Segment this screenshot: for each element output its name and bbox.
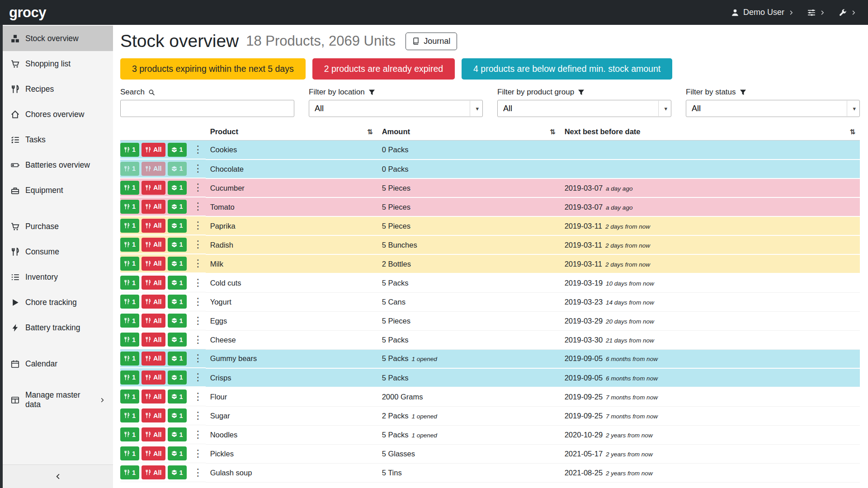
row-menu-button[interactable]: ⋮ <box>190 449 206 459</box>
consume-one-button[interactable]: 1 <box>120 238 139 252</box>
consume-all-button[interactable]: All <box>142 295 165 309</box>
open-one-button[interactable]: 1 <box>168 446 187 460</box>
row-menu-button[interactable]: ⋮ <box>190 335 206 345</box>
consume-all-button[interactable]: All <box>142 162 165 176</box>
row-menu-button[interactable]: ⋮ <box>190 316 206 326</box>
sidebar-item-chore-tracking[interactable]: Chore tracking <box>3 290 113 315</box>
consume-one-button[interactable]: 1 <box>120 295 139 309</box>
consume-all-button[interactable]: All <box>142 446 165 460</box>
sidebar-item-purchase[interactable]: Purchase <box>3 214 113 239</box>
sidebar-item-consume[interactable]: Consume <box>3 239 113 264</box>
sidebar-item-equipment[interactable]: Equipment <box>3 178 113 203</box>
status-select[interactable]: All <box>686 100 859 117</box>
sidebar-item-recipes[interactable]: Recipes <box>3 76 113 102</box>
open-one-button[interactable]: 1 <box>168 314 187 328</box>
consume-one-button[interactable]: 1 <box>120 162 139 176</box>
sidebar-item-batteries-overview[interactable]: Batteries overview <box>3 152 113 178</box>
row-menu-button[interactable]: ⋮ <box>190 278 206 288</box>
consume-all-button[interactable]: All <box>142 276 165 290</box>
sidebar-item-chores-overview[interactable]: Chores overview <box>3 102 113 127</box>
open-one-button[interactable]: 1 <box>168 333 187 347</box>
sidebar-item-inventory[interactable]: Inventory <box>3 264 113 290</box>
consume-one-button[interactable]: 1 <box>120 389 139 404</box>
open-one-button[interactable]: 1 <box>168 162 187 176</box>
sort-icon[interactable]: ⇅ <box>849 128 855 136</box>
consume-one-button[interactable]: 1 <box>120 333 139 347</box>
consume-all-button[interactable]: All <box>142 219 165 233</box>
alert-danger-button[interactable]: 2 products are already expired <box>312 58 455 80</box>
consume-all-button[interactable]: All <box>142 352 165 366</box>
consume-all-button[interactable]: All <box>142 371 165 385</box>
open-one-button[interactable]: 1 <box>168 427 187 441</box>
open-one-button[interactable]: 1 <box>168 408 187 422</box>
open-one-button[interactable]: 1 <box>168 219 187 233</box>
sidebar-item-battery-tracking[interactable]: Battery tracking <box>3 315 113 340</box>
sidebar-item-stock-overview[interactable]: Stock overview <box>3 26 113 51</box>
open-one-button[interactable]: 1 <box>168 257 187 271</box>
app-logo[interactable]: grocy <box>9 5 46 21</box>
row-menu-button[interactable]: ⋮ <box>190 372 206 382</box>
product-column-header[interactable]: Product ⇅ <box>206 123 377 141</box>
journal-button[interactable]: Journal <box>406 33 457 50</box>
sidebar-collapse-button[interactable] <box>3 465 113 488</box>
consume-one-button[interactable]: 1 <box>120 465 139 479</box>
consume-one-button[interactable]: 1 <box>120 257 139 271</box>
consume-all-button[interactable]: All <box>142 427 165 441</box>
consume-all-button[interactable]: All <box>142 408 165 422</box>
consume-all-button[interactable]: All <box>142 257 165 271</box>
consume-all-button[interactable]: All <box>142 238 165 252</box>
row-menu-button[interactable]: ⋮ <box>190 239 206 249</box>
open-one-button[interactable]: 1 <box>168 352 187 366</box>
open-one-button[interactable]: 1 <box>168 389 187 404</box>
row-menu-button[interactable]: ⋮ <box>190 297 206 307</box>
consume-one-button[interactable]: 1 <box>120 219 139 233</box>
location-select[interactable]: All <box>309 100 482 117</box>
row-menu-button[interactable]: ⋮ <box>190 411 206 421</box>
alert-warning-button[interactable]: 3 products expiring within the next 5 da… <box>120 58 306 80</box>
row-menu-button[interactable]: ⋮ <box>190 183 206 192</box>
search-input[interactable] <box>120 100 294 117</box>
sort-icon[interactable]: ⇅ <box>367 128 373 136</box>
row-menu-button[interactable]: ⋮ <box>190 202 206 211</box>
open-one-button[interactable]: 1 <box>168 276 187 290</box>
product-group-select[interactable]: All <box>498 100 671 117</box>
consume-one-button[interactable]: 1 <box>120 446 139 460</box>
consume-all-button[interactable]: All <box>142 200 165 214</box>
consume-one-button[interactable]: 1 <box>120 181 139 195</box>
open-one-button[interactable]: 1 <box>168 371 187 385</box>
row-menu-button[interactable]: ⋮ <box>190 221 206 230</box>
amount-column-header[interactable]: Amount ⇅ <box>377 123 560 141</box>
row-menu-button[interactable]: ⋮ <box>190 164 206 174</box>
admin-menu[interactable] <box>839 9 856 17</box>
sidebar-item-calendar[interactable]: Calendar <box>3 351 113 376</box>
consume-all-button[interactable]: All <box>142 143 165 157</box>
consume-one-button[interactable]: 1 <box>120 200 139 214</box>
open-one-button[interactable]: 1 <box>168 295 187 309</box>
consume-all-button[interactable]: All <box>142 314 165 328</box>
consume-one-button[interactable]: 1 <box>120 408 139 422</box>
row-menu-button[interactable]: ⋮ <box>190 145 206 155</box>
consume-all-button[interactable]: All <box>142 465 165 479</box>
settings-menu[interactable] <box>807 9 825 17</box>
open-one-button[interactable]: 1 <box>168 238 187 252</box>
consume-one-button[interactable]: 1 <box>120 371 139 385</box>
sort-icon[interactable]: ⇅ <box>550 128 556 136</box>
row-menu-button[interactable]: ⋮ <box>190 392 206 402</box>
open-one-button[interactable]: 1 <box>168 465 187 479</box>
open-one-button[interactable]: 1 <box>168 200 187 214</box>
open-one-button[interactable]: 1 <box>168 181 187 195</box>
row-menu-button[interactable]: ⋮ <box>190 468 206 478</box>
user-menu[interactable]: Demo User <box>731 8 794 17</box>
consume-one-button[interactable]: 1 <box>120 143 139 157</box>
date-column-header[interactable]: Next best before date ⇅ <box>560 123 860 141</box>
row-menu-button[interactable]: ⋮ <box>190 258 206 268</box>
consume-all-button[interactable]: All <box>142 333 165 347</box>
open-one-button[interactable]: 1 <box>168 143 187 157</box>
sidebar-item-shopping-list[interactable]: Shopping list <box>3 51 113 76</box>
row-menu-button[interactable]: ⋮ <box>190 430 206 440</box>
alert-info-button[interactable]: 4 products are below defined min. stock … <box>462 58 672 80</box>
sidebar-item-tasks[interactable]: Tasks <box>3 127 113 152</box>
sidebar-item-manage-master-data[interactable]: Manage master data <box>3 387 113 413</box>
consume-one-button[interactable]: 1 <box>120 276 139 290</box>
row-menu-button[interactable]: ⋮ <box>190 353 206 363</box>
